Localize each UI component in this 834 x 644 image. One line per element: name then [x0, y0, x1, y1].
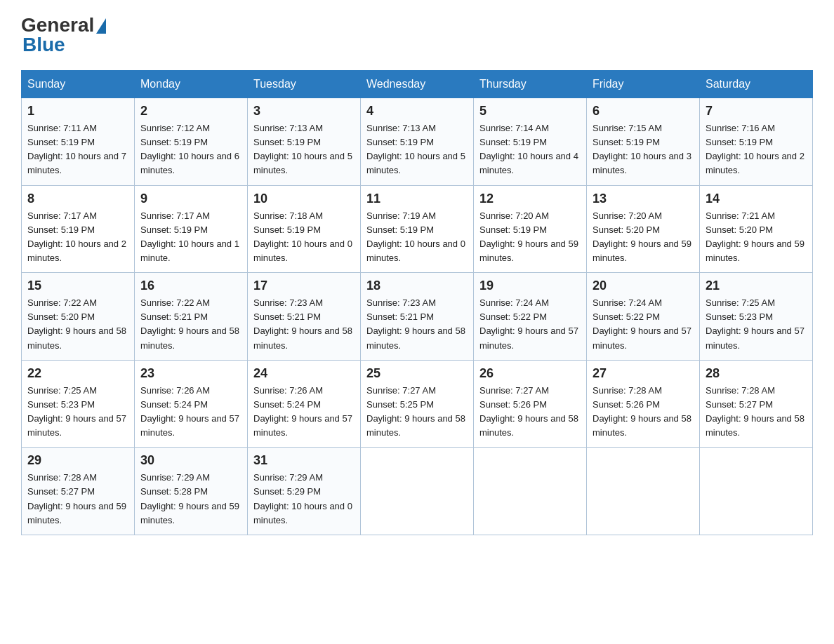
day-number: 29 — [27, 453, 128, 468]
day-number: 6 — [593, 104, 694, 119]
day-info: Sunrise: 7:29 AMSunset: 5:29 PMDaylight:… — [253, 471, 355, 528]
day-info: Sunrise: 7:28 AMSunset: 5:27 PMDaylight:… — [27, 471, 128, 528]
day-info: Sunrise: 7:18 AMSunset: 5:19 PMDaylight:… — [253, 209, 355, 266]
day-number: 25 — [366, 366, 468, 381]
day-info: Sunrise: 7:17 AMSunset: 5:19 PMDaylight:… — [140, 209, 241, 266]
day-number: 10 — [253, 192, 355, 206]
day-number: 26 — [479, 366, 581, 381]
day-number: 4 — [366, 104, 468, 119]
calendar-cell: 7Sunrise: 7:16 AMSunset: 5:19 PMDaylight… — [700, 98, 813, 186]
day-number: 9 — [140, 192, 241, 206]
day-number: 11 — [366, 192, 468, 206]
logo-blue-text: Blue — [21, 34, 65, 56]
weekday-header-wednesday: Wednesday — [361, 71, 474, 98]
calendar-cell: 1Sunrise: 7:11 AMSunset: 5:19 PMDaylight… — [22, 98, 135, 186]
calendar-cell: 25Sunrise: 7:27 AMSunset: 5:25 PMDayligh… — [361, 360, 474, 448]
day-number: 14 — [706, 192, 807, 206]
weekday-header-thursday: Thursday — [474, 71, 587, 98]
calendar-week-row: 29Sunrise: 7:28 AMSunset: 5:27 PMDayligh… — [22, 448, 813, 535]
day-number: 27 — [593, 366, 694, 381]
day-number: 20 — [593, 279, 694, 293]
day-number: 30 — [140, 453, 241, 468]
calendar-week-row: 22Sunrise: 7:25 AMSunset: 5:23 PMDayligh… — [22, 360, 813, 448]
day-number: 13 — [593, 192, 694, 206]
day-info: Sunrise: 7:23 AMSunset: 5:21 PMDaylight:… — [253, 296, 355, 353]
day-info: Sunrise: 7:17 AMSunset: 5:19 PMDaylight:… — [27, 209, 128, 266]
weekday-header-sunday: Sunday — [22, 71, 135, 98]
day-info: Sunrise: 7:25 AMSunset: 5:23 PMDaylight:… — [27, 384, 128, 441]
calendar-cell: 18Sunrise: 7:23 AMSunset: 5:21 PMDayligh… — [361, 273, 474, 361]
calendar-cell: 13Sunrise: 7:20 AMSunset: 5:20 PMDayligh… — [587, 185, 700, 273]
calendar-cell: 9Sunrise: 7:17 AMSunset: 5:19 PMDaylight… — [135, 185, 248, 273]
calendar-cell: 30Sunrise: 7:29 AMSunset: 5:28 PMDayligh… — [135, 448, 248, 535]
day-number: 7 — [706, 104, 807, 119]
calendar-cell — [700, 448, 813, 535]
calendar-cell: 8Sunrise: 7:17 AMSunset: 5:19 PMDaylight… — [22, 185, 135, 273]
day-number: 15 — [27, 279, 128, 293]
calendar-table: SundayMondayTuesdayWednesdayThursdayFrid… — [21, 70, 813, 535]
calendar-cell: 15Sunrise: 7:22 AMSunset: 5:20 PMDayligh… — [22, 273, 135, 361]
day-info: Sunrise: 7:28 AMSunset: 5:27 PMDaylight:… — [706, 384, 807, 441]
day-number: 5 — [479, 104, 581, 119]
day-info: Sunrise: 7:19 AMSunset: 5:19 PMDaylight:… — [366, 209, 468, 266]
calendar-cell: 31Sunrise: 7:29 AMSunset: 5:29 PMDayligh… — [248, 448, 361, 535]
weekday-header-saturday: Saturday — [700, 71, 813, 98]
day-number: 22 — [27, 366, 128, 381]
day-number: 19 — [479, 279, 581, 293]
calendar-week-row: 15Sunrise: 7:22 AMSunset: 5:20 PMDayligh… — [22, 273, 813, 361]
day-info: Sunrise: 7:26 AMSunset: 5:24 PMDaylight:… — [140, 384, 241, 441]
calendar-cell: 26Sunrise: 7:27 AMSunset: 5:26 PMDayligh… — [474, 360, 587, 448]
day-info: Sunrise: 7:28 AMSunset: 5:26 PMDaylight:… — [593, 384, 694, 441]
calendar-cell: 5Sunrise: 7:14 AMSunset: 5:19 PMDaylight… — [474, 98, 587, 186]
day-info: Sunrise: 7:24 AMSunset: 5:22 PMDaylight:… — [593, 296, 694, 353]
calendar-cell: 11Sunrise: 7:19 AMSunset: 5:19 PMDayligh… — [361, 185, 474, 273]
day-number: 24 — [253, 366, 355, 381]
day-number: 18 — [366, 279, 468, 293]
calendar-cell: 21Sunrise: 7:25 AMSunset: 5:23 PMDayligh… — [700, 273, 813, 361]
weekday-header-tuesday: Tuesday — [248, 71, 361, 98]
calendar-cell: 22Sunrise: 7:25 AMSunset: 5:23 PMDayligh… — [22, 360, 135, 448]
day-info: Sunrise: 7:15 AMSunset: 5:19 PMDaylight:… — [593, 121, 694, 178]
day-info: Sunrise: 7:16 AMSunset: 5:19 PMDaylight:… — [706, 121, 807, 178]
calendar-cell — [587, 448, 700, 535]
day-number: 2 — [140, 104, 241, 119]
calendar-cell: 29Sunrise: 7:28 AMSunset: 5:27 PMDayligh… — [22, 448, 135, 535]
day-info: Sunrise: 7:22 AMSunset: 5:21 PMDaylight:… — [140, 296, 241, 353]
day-number: 23 — [140, 366, 241, 381]
day-info: Sunrise: 7:29 AMSunset: 5:28 PMDaylight:… — [140, 471, 241, 528]
calendar-cell: 24Sunrise: 7:26 AMSunset: 5:24 PMDayligh… — [248, 360, 361, 448]
day-info: Sunrise: 7:27 AMSunset: 5:26 PMDaylight:… — [479, 384, 581, 441]
calendar-cell: 17Sunrise: 7:23 AMSunset: 5:21 PMDayligh… — [248, 273, 361, 361]
day-info: Sunrise: 7:13 AMSunset: 5:19 PMDaylight:… — [366, 121, 468, 178]
logo: General Blue — [21, 14, 106, 56]
day-number: 3 — [253, 104, 355, 119]
calendar-week-row: 8Sunrise: 7:17 AMSunset: 5:19 PMDaylight… — [22, 185, 813, 273]
calendar-cell: 27Sunrise: 7:28 AMSunset: 5:26 PMDayligh… — [587, 360, 700, 448]
calendar-cell: 12Sunrise: 7:20 AMSunset: 5:19 PMDayligh… — [474, 185, 587, 273]
calendar-cell: 4Sunrise: 7:13 AMSunset: 5:19 PMDaylight… — [361, 98, 474, 186]
calendar-header-row: SundayMondayTuesdayWednesdayThursdayFrid… — [22, 71, 813, 98]
day-info: Sunrise: 7:24 AMSunset: 5:22 PMDaylight:… — [479, 296, 581, 353]
calendar-cell: 20Sunrise: 7:24 AMSunset: 5:22 PMDayligh… — [587, 273, 700, 361]
day-info: Sunrise: 7:20 AMSunset: 5:19 PMDaylight:… — [479, 209, 581, 266]
day-info: Sunrise: 7:27 AMSunset: 5:25 PMDaylight:… — [366, 384, 468, 441]
calendar-cell: 16Sunrise: 7:22 AMSunset: 5:21 PMDayligh… — [135, 273, 248, 361]
calendar-week-row: 1Sunrise: 7:11 AMSunset: 5:19 PMDaylight… — [22, 98, 813, 186]
day-number: 16 — [140, 279, 241, 293]
calendar-cell: 3Sunrise: 7:13 AMSunset: 5:19 PMDaylight… — [248, 98, 361, 186]
day-number: 31 — [253, 453, 355, 468]
calendar-cell: 10Sunrise: 7:18 AMSunset: 5:19 PMDayligh… — [248, 185, 361, 273]
logo-triangle-icon — [96, 18, 106, 34]
day-number: 21 — [706, 279, 807, 293]
day-info: Sunrise: 7:11 AMSunset: 5:19 PMDaylight:… — [27, 121, 128, 178]
day-info: Sunrise: 7:26 AMSunset: 5:24 PMDaylight:… — [253, 384, 355, 441]
calendar-cell: 6Sunrise: 7:15 AMSunset: 5:19 PMDaylight… — [587, 98, 700, 186]
calendar-cell: 23Sunrise: 7:26 AMSunset: 5:24 PMDayligh… — [135, 360, 248, 448]
day-info: Sunrise: 7:25 AMSunset: 5:23 PMDaylight:… — [706, 296, 807, 353]
day-number: 12 — [479, 192, 581, 206]
day-info: Sunrise: 7:13 AMSunset: 5:19 PMDaylight:… — [253, 121, 355, 178]
calendar-cell: 2Sunrise: 7:12 AMSunset: 5:19 PMDaylight… — [135, 98, 248, 186]
day-info: Sunrise: 7:14 AMSunset: 5:19 PMDaylight:… — [479, 121, 581, 178]
calendar-cell: 28Sunrise: 7:28 AMSunset: 5:27 PMDayligh… — [700, 360, 813, 448]
calendar-cell — [474, 448, 587, 535]
